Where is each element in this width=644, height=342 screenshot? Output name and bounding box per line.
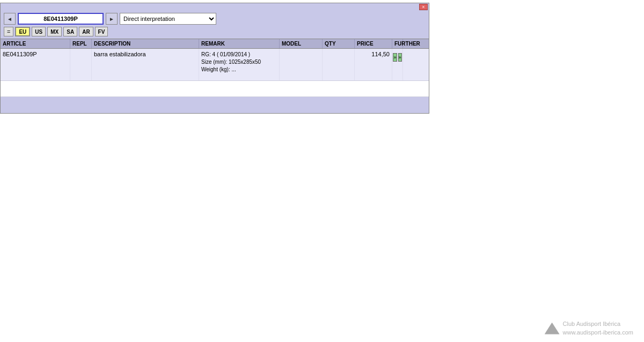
cell-repl <box>70 49 92 80</box>
search-input[interactable] <box>18 13 104 25</box>
cell-remark: RG: 4 ( 01/09/2014 ) Size (mm): 1025x285… <box>199 49 280 80</box>
cell-further: » » <box>392 49 403 80</box>
cell-model <box>280 49 323 80</box>
col-qty: QTY <box>323 39 355 48</box>
table-row: 8E0411309P barra estabilizadora RG: 4 ( … <box>1 49 429 81</box>
col-model: MODEL <box>280 39 323 48</box>
watermark-text: Club Audisport Ibérica www.audisport-ibe… <box>563 320 633 337</box>
cell-qty <box>323 49 355 80</box>
action-btn-1[interactable]: » <box>393 53 397 62</box>
lang-btn-MX[interactable]: MX <box>47 27 62 36</box>
watermark-line2: www.audisport-iberica.com <box>563 329 633 337</box>
nav-next-button[interactable]: ► <box>106 13 118 25</box>
remark-line2: Size (mm): 1025x285x50 <box>201 58 277 66</box>
close-button[interactable]: × <box>419 4 428 10</box>
nav-prev-button[interactable]: ◄ <box>4 13 16 25</box>
col-article: ARTICLE <box>1 39 70 48</box>
watermark: Club Audisport Ibérica www.audisport-ibe… <box>545 320 633 337</box>
col-remark: REMARK <box>199 39 280 48</box>
lang-btn-FV[interactable]: FV <box>95 27 108 36</box>
footer-row <box>1 97 429 113</box>
table-body: 8E0411309P barra estabilizadora RG: 4 ( … <box>1 49 429 113</box>
title-bar: × <box>1 3 429 11</box>
toolbar: ◄ ► Direct interpretation Indirect inter… <box>1 11 429 27</box>
col-repl: REPL <box>70 39 92 48</box>
empty-row-1 <box>1 81 429 97</box>
equals-button[interactable]: = <box>4 27 13 36</box>
col-description: DESCRIPTION <box>92 39 199 48</box>
cell-description: barra estabilizadora <box>92 49 199 80</box>
cell-price: 114,50 <box>355 49 392 80</box>
col-further: FURTHER <box>392 39 403 48</box>
lang-btn-AR[interactable]: AR <box>79 27 93 36</box>
watermark-logo-icon <box>545 323 560 334</box>
watermark-line1: Club Audisport Ibérica <box>563 320 633 328</box>
lang-btn-EU[interactable]: EU <box>15 27 30 36</box>
action-buttons: » » <box>394 51 400 62</box>
table-header: ARTICLE REPL DESCRIPTION REMARK MODEL QT… <box>1 39 429 49</box>
main-window: × ◄ ► Direct interpretation Indirect int… <box>0 3 429 114</box>
lang-btn-US[interactable]: US <box>32 27 46 36</box>
remark-line3: Weight (kg): ... <box>201 66 277 73</box>
action-btn-2[interactable]: » <box>398 53 402 62</box>
lang-btn-SA[interactable]: SA <box>63 27 77 36</box>
remark-line1: RG: 4 ( 01/09/2014 ) <box>201 51 277 58</box>
cell-article: 8E0411309P <box>1 49 70 80</box>
interpretation-select[interactable]: Direct interpretation Indirect interpret… <box>120 13 216 25</box>
col-price: PRICE <box>355 39 392 48</box>
lang-row: = EU US MX SA AR FV <box>1 27 429 39</box>
